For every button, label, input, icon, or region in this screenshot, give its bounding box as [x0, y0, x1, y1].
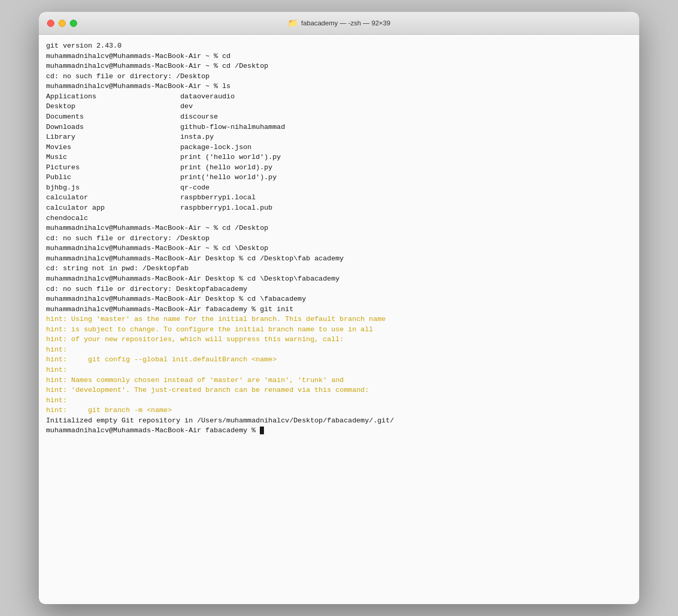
terminal-line: Music print ('hello world').py [46, 152, 632, 163]
terminal-line: Documents discourse [46, 112, 632, 122]
line-text: chendocalc [46, 214, 88, 222]
line-text: Library insta.py [46, 133, 214, 141]
folder-icon: 📁 [288, 18, 298, 28]
line-text: hint: [46, 397, 67, 404]
line-text: cd: string not in pwd: /Desktopfab [46, 265, 188, 272]
terminal-line: cd: no such file or directory: /Desktop [46, 233, 632, 244]
terminal-line: muhammadnihalcv@Muhammads-MacBook-Air ~ … [46, 223, 632, 233]
terminal-line: Public print('hello world').py [46, 172, 632, 183]
cursor [260, 427, 264, 434]
terminal-line: muhammadnihalcv@Muhammads-MacBook-Air ~ … [46, 61, 632, 71]
line-text: calculator app raspbberrypi.local.pub [46, 204, 272, 212]
terminal-line: hint: git branch -m <name> [46, 405, 632, 416]
line-text: hint: git config --global init.defaultBr… [46, 356, 277, 363]
line-text: Initialized empty Git repository in /Use… [46, 417, 394, 424]
line-text: Downloads github-flow-nihalmuhammad [46, 123, 285, 131]
line-text: hint: [46, 346, 67, 354]
line-text: muhammadnihalcv@Muhammads-MacBook-Air De… [46, 275, 340, 283]
minimize-button[interactable] [58, 20, 66, 27]
terminal-line: Downloads github-flow-nihalmuhammad [46, 122, 632, 133]
terminal-window: 📁 fabacademy — -zsh — 92×39 git version … [39, 12, 639, 604]
window-title: 📁 fabacademy — -zsh — 92×39 [288, 18, 390, 28]
terminal-line: hint: of your new repositories, which wi… [46, 334, 632, 345]
line-text: muhammadnihalcv@Muhammads-MacBook-Air ~ … [46, 224, 268, 232]
terminal-line: Pictures print (hello world).py [46, 163, 632, 173]
terminal-line: Desktop dev [46, 101, 632, 112]
terminal-line: hint: [46, 345, 632, 355]
terminal-line: muhammadnihalcv@Muhammads-MacBook-Air ~ … [46, 81, 632, 92]
terminal-line: Library insta.py [46, 132, 632, 142]
terminal-line: hint: is subject to change. To configure… [46, 325, 632, 335]
terminal-line: calculator raspbberrypi.local [46, 193, 632, 203]
line-text: Music print ('hello world').py [46, 153, 281, 161]
line-text: Pictures print (hello world).py [46, 164, 272, 171]
terminal-body[interactable]: git version 2.43.0muhammadnihalcv@Muhamm… [39, 35, 639, 604]
line-text: hint: git branch -m <name> [46, 406, 172, 414]
line-text: hint: of your new repositories, which wi… [46, 335, 344, 343]
terminal-line: muhammadnihalcv@Muhammads-MacBook-Air ~ … [46, 51, 632, 62]
line-text: cd: no such file or directory: Desktopfa… [46, 285, 247, 293]
title-text: fabacademy — -zsh — 92×39 [301, 19, 390, 27]
terminal-line: muhammadnihalcv@Muhammads-MacBook-Air De… [46, 274, 632, 284]
line-text: muhammadnihalcv@Muhammads-MacBook-Air ~ … [46, 244, 268, 252]
line-text: hint: [46, 366, 67, 374]
terminal-line: Initialized empty Git repository in /Use… [46, 416, 632, 426]
line-text: hint: Using 'master' as the name for the… [46, 315, 386, 323]
maximize-button[interactable] [70, 20, 77, 27]
terminal-line: muhammadnihalcv@Muhammads-MacBook-Air De… [46, 294, 632, 304]
line-text: Desktop dev [46, 102, 193, 110]
line-text: git version 2.43.0 [46, 42, 122, 50]
terminal-line: hint: Using 'master' as the name for the… [46, 314, 632, 325]
terminal-line: hint: [46, 365, 632, 375]
terminal-line: cd: no such file or directory: /Desktop [46, 71, 632, 82]
terminal-line: hint: Names commonly chosen instead of '… [46, 375, 632, 386]
close-button[interactable] [47, 20, 54, 27]
line-text: muhammadnihalcv@Muhammads-MacBook-Air De… [46, 295, 306, 303]
terminal-line: bjhbg.js qr-code [46, 183, 632, 193]
line-text: muhammadnihalcv@Muhammads-MacBook-Air fa… [46, 427, 260, 434]
line-text: muhammadnihalcv@Muhammads-MacBook-Air De… [46, 255, 344, 262]
terminal-line: Movies package-lock.json [46, 142, 632, 153]
line-text: hint: 'development'. The just-created br… [46, 386, 369, 394]
terminal-line: chendocalc [46, 213, 632, 224]
terminal-line: git version 2.43.0 [46, 41, 632, 51]
line-text: Documents discourse [46, 113, 218, 121]
line-text: cd: no such file or directory: /Desktop [46, 72, 210, 80]
line-text: Movies package-lock.json [46, 143, 252, 151]
terminal-line: muhammadnihalcv@Muhammads-MacBook-Air fa… [46, 304, 632, 315]
line-text: hint: Names commonly chosen instead of '… [46, 376, 344, 384]
terminal-line: cd: string not in pwd: /Desktopfab [46, 263, 632, 274]
line-text: muhammadnihalcv@Muhammads-MacBook-Air ~ … [46, 62, 268, 70]
line-text: calculator raspbberrypi.local [46, 194, 256, 201]
traffic-lights [47, 20, 77, 27]
terminal-line: muhammadnihalcv@Muhammads-MacBook-Air ~ … [46, 243, 632, 254]
line-text: bjhbg.js qr-code [46, 184, 210, 192]
line-text: Applications dataoveraudio [46, 93, 235, 100]
terminal-line: hint: [46, 395, 632, 406]
terminal-line: muhammadnihalcv@Muhammads-MacBook-Air De… [46, 254, 632, 264]
terminal-line: Applications dataoveraudio [46, 92, 632, 102]
terminal-line: muhammadnihalcv@Muhammads-MacBook-Air fa… [46, 426, 632, 436]
terminal-line: calculator app raspbberrypi.local.pub [46, 203, 632, 213]
titlebar: 📁 fabacademy — -zsh — 92×39 [39, 12, 639, 35]
terminal-line: hint: git config --global init.defaultBr… [46, 355, 632, 365]
terminal-line: hint: 'development'. The just-created br… [46, 385, 632, 395]
line-text: Public print('hello world').py [46, 173, 277, 181]
line-text: hint: is subject to change. To configure… [46, 326, 373, 333]
terminal-line: cd: no such file or directory: Desktopfa… [46, 284, 632, 295]
line-text: muhammadnihalcv@Muhammads-MacBook-Air ~ … [46, 82, 230, 90]
line-text: cd: no such file or directory: /Desktop [46, 234, 210, 242]
line-text: muhammadnihalcv@Muhammads-MacBook-Air ~ … [46, 52, 230, 60]
line-text: muhammadnihalcv@Muhammads-MacBook-Air fa… [46, 305, 293, 313]
